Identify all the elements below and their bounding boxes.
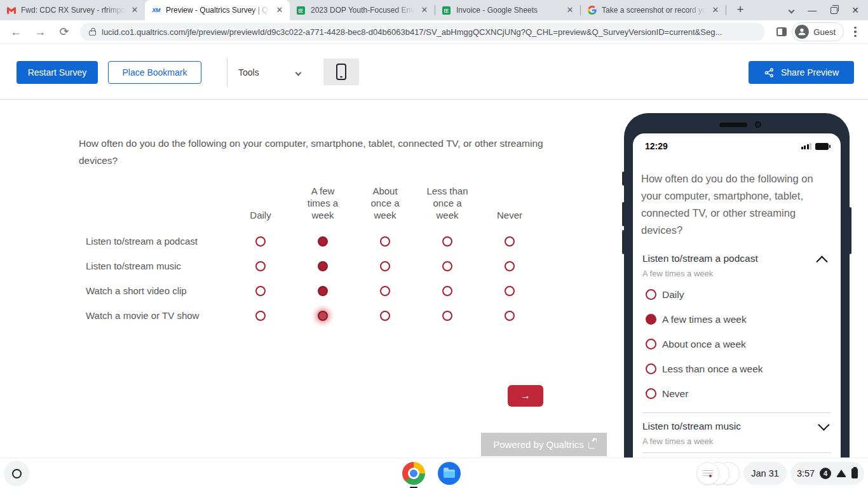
browser-tab-strip: Fwd: CDC RX Survey - rfrimpon ✕ XM Previ… — [0, 0, 868, 20]
next-button[interactable]: → — [508, 385, 543, 407]
matrix-row: Watch a short video clip — [79, 278, 543, 303]
powered-by-qualtrics-badge[interactable]: Powered by Qualtrics — [481, 433, 607, 456]
matrix-cell — [354, 236, 416, 247]
option-label: Less than once a week — [662, 363, 763, 375]
radio-option[interactable] — [255, 261, 266, 271]
lock-icon[interactable] — [89, 30, 96, 36]
tote-holding-space[interactable]: - - — [696, 461, 741, 486]
forward-icon[interactable]: → — [32, 24, 48, 40]
chromeos-shelf: - - Jan 31 3:57 4 — [0, 458, 868, 488]
radio-option[interactable] — [646, 339, 656, 349]
radio-option[interactable] — [505, 261, 515, 271]
phone-option-list: DailyA few times a weekAbout once a week… — [641, 282, 832, 406]
radio-option[interactable] — [442, 261, 452, 271]
profile-button[interactable]: Guest — [792, 22, 844, 41]
phone-option[interactable]: Less than once a week — [641, 356, 832, 381]
restart-survey-button[interactable]: Restart Survey — [17, 61, 98, 84]
radio-option[interactable] — [380, 236, 390, 247]
tab-sheets-invoice[interactable]: Invoice - Google Sheets ✕ — [435, 0, 580, 20]
radio-option[interactable] — [380, 286, 390, 296]
google-sheets-icon — [296, 6, 306, 15]
matrix-cell — [478, 286, 541, 296]
phone-mockup: 12:29 How often do you do the following … — [624, 113, 850, 488]
radio-option[interactable] — [318, 236, 328, 247]
side-panel-icon[interactable] — [776, 27, 787, 36]
matrix-cell — [229, 261, 292, 271]
tab-close-icon[interactable]: ✕ — [710, 5, 721, 15]
radio-option[interactable] — [318, 286, 328, 296]
radio-option[interactable] — [318, 261, 328, 271]
phone-camera — [755, 121, 761, 128]
chrome-app-button[interactable] — [402, 462, 425, 485]
matrix-row: Listen to/stream a podcast — [79, 229, 543, 254]
radio-option[interactable] — [505, 236, 515, 247]
tab-close-icon[interactable]: ✕ — [419, 5, 430, 15]
address-bar[interactable]: lucid.co1.qualtrics.com/jfe/preview/prev… — [80, 23, 765, 41]
tote-item[interactable] — [696, 462, 719, 485]
restore-button[interactable] — [831, 7, 837, 14]
matrix-cell — [478, 236, 541, 247]
phone-power-button — [849, 207, 851, 254]
cellular-signal-icon — [801, 143, 812, 149]
radio-option[interactable] — [318, 311, 328, 321]
tab-close-icon[interactable]: ✕ — [275, 5, 285, 15]
column-header: Daily — [229, 209, 292, 221]
shelf-date: Jan 31 — [751, 468, 779, 478]
shelf-time: 3:57 — [797, 468, 815, 478]
reload-icon[interactable]: ⟳ — [56, 24, 72, 40]
radio-option[interactable] — [380, 261, 390, 271]
radio-option[interactable] — [380, 311, 390, 321]
radio-option[interactable] — [646, 289, 656, 300]
tab-close-icon[interactable]: ✕ — [130, 5, 140, 15]
tab-close-icon[interactable]: ✕ — [565, 5, 575, 15]
radio-option[interactable] — [646, 314, 656, 325]
minimize-button[interactable]: — — [808, 5, 817, 15]
phone-option[interactable]: Daily — [641, 282, 832, 307]
column-header: Less than once a week — [416, 185, 478, 221]
launcher-button[interactable] — [4, 461, 29, 486]
matrix-row: Listen to/stream music — [79, 254, 543, 278]
place-bookmark-button[interactable]: Place Bookmark — [108, 61, 201, 84]
tools-dropdown[interactable]: Tools — [238, 61, 301, 84]
accordion-item-music[interactable]: Listen to/stream music — [641, 421, 832, 432]
phone-option[interactable]: A few times a week — [641, 307, 832, 332]
accordion-answer: A few times a week — [641, 269, 832, 278]
matrix-cell — [292, 261, 354, 271]
launcher-icon — [12, 469, 22, 478]
status-tray[interactable]: 3:57 4 — [790, 462, 864, 485]
radio-option[interactable] — [505, 311, 515, 321]
google-sheets-icon — [442, 6, 451, 15]
column-header: About once a week — [354, 185, 416, 221]
phone-option[interactable]: About once a week — [641, 332, 832, 356]
tab-gmail[interactable]: Fwd: CDC RX Survey - rfrimpon ✕ — [0, 0, 145, 20]
close-window-button[interactable]: ✕ — [851, 5, 859, 15]
tab-search-chevron-icon[interactable] — [789, 7, 795, 13]
tab-qualtrics-preview[interactable]: XM Preview - Qualtrics Survey | Qu ✕ — [145, 0, 290, 20]
radio-option[interactable] — [255, 286, 266, 296]
tab-google-search[interactable]: Take a screenshot or record yo ✕ — [581, 0, 726, 20]
phone-option[interactable]: Never — [641, 381, 832, 406]
radio-option[interactable] — [505, 286, 515, 296]
radio-option[interactable] — [255, 311, 266, 321]
files-app-button[interactable] — [438, 462, 461, 485]
new-tab-button[interactable]: + — [731, 1, 749, 19]
files-icon — [438, 462, 461, 485]
radio-option[interactable] — [442, 311, 452, 321]
browser-menu-icon[interactable] — [849, 27, 862, 37]
tab-sheets-dop[interactable]: 2023 DOP Youth-Focused Envi ✕ — [290, 0, 435, 20]
matrix-cell — [478, 311, 541, 321]
radio-option[interactable] — [442, 236, 452, 247]
radio-option[interactable] — [646, 363, 656, 374]
matrix-cell — [354, 261, 416, 271]
back-icon[interactable]: ← — [8, 24, 24, 40]
share-icon — [764, 67, 775, 78]
date-pill[interactable]: Jan 31 — [743, 462, 787, 485]
radio-option[interactable] — [442, 286, 452, 296]
accordion-item-podcast[interactable]: Listen to/stream a podcast — [641, 253, 832, 264]
phone-speaker — [719, 123, 747, 127]
matrix-cell — [229, 311, 292, 321]
radio-option[interactable] — [646, 388, 656, 399]
share-preview-button[interactable]: Share Preview — [749, 61, 854, 84]
mobile-view-toggle[interactable] — [323, 58, 359, 85]
radio-option[interactable] — [255, 236, 266, 247]
